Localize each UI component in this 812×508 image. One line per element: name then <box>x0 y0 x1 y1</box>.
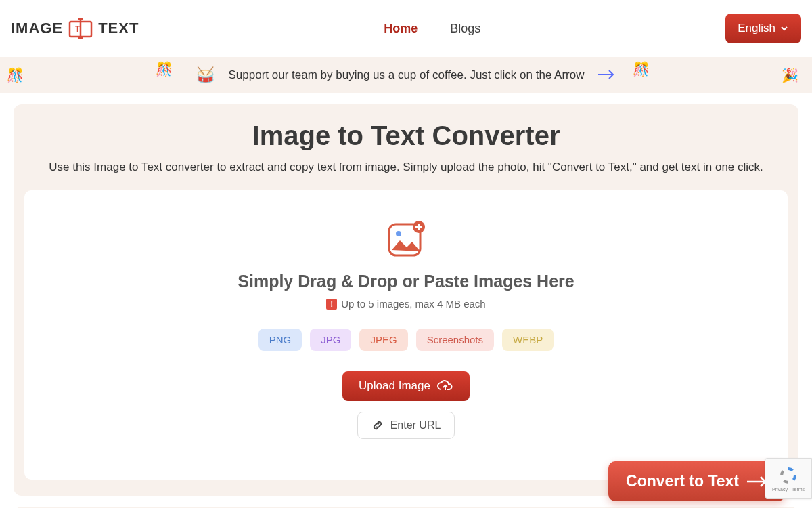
nav-blogs[interactable]: Blogs <box>450 22 480 36</box>
logo[interactable]: IMAGE T TEXT <box>11 18 139 39</box>
enter-url-button[interactable]: Enter URL <box>357 412 455 439</box>
image-upload-icon <box>38 220 774 259</box>
page-title: Image to Text Converter <box>24 121 788 151</box>
support-banner[interactable]: 🎊 🎊 🥁 Support our team by buying us a cu… <box>0 57 812 93</box>
arrow-right-icon[interactable] <box>598 66 616 84</box>
main-nav: Home Blogs <box>384 22 480 36</box>
svg-text:T: T <box>75 24 81 34</box>
page-subtitle: Use this Image to Text converter to extr… <box>24 161 788 174</box>
format-tag-jpeg: JPEG <box>359 329 407 351</box>
format-tag-screenshots: Screenshots <box>416 329 494 351</box>
cloud-upload-icon <box>437 380 453 392</box>
coffee-icon: 🥁 <box>196 66 215 84</box>
language-selector[interactable]: English <box>725 14 801 43</box>
recaptcha-badge[interactable]: Privacy - Terms <box>765 458 812 499</box>
dropzone[interactable]: Simply Drag & Drop or Paste Images Here … <box>24 190 788 480</box>
upload-image-button[interactable]: Upload Image <box>342 371 470 401</box>
confetti-icon: 🎊 <box>7 67 24 83</box>
banner-text: Support our team by buying us a cup of c… <box>228 68 584 82</box>
recaptcha-icon <box>778 465 798 486</box>
confetti-icon: 🎊 <box>156 61 173 77</box>
format-tags: PNG JPG JPEG Screenshots WEBP <box>38 329 774 351</box>
svg-point-6 <box>396 231 401 236</box>
confetti-icon: 🎊 <box>633 61 650 77</box>
format-tag-jpg: JPG <box>310 329 351 351</box>
url-button-label: Enter URL <box>390 419 441 431</box>
confetti-icon: 🎉 <box>782 67 798 83</box>
upload-button-label: Upload Image <box>359 379 430 393</box>
logo-text-right: TEXT <box>98 20 139 37</box>
main-card: Image to Text Converter Use this Image t… <box>14 104 798 496</box>
header: IMAGE T TEXT Home Blogs English <box>0 0 812 57</box>
dropzone-title: Simply Drag & Drop or Paste Images Here <box>38 272 774 291</box>
nav-home[interactable]: Home <box>384 22 418 36</box>
logo-text-left: IMAGE <box>11 20 63 37</box>
convert-to-text-button[interactable]: Convert to Text <box>608 461 785 501</box>
language-label: English <box>738 22 775 35</box>
dropzone-limit: ! Up to 5 images, max 4 MB each <box>38 298 774 310</box>
warning-icon: ! <box>326 299 337 310</box>
convert-button-label: Convert to Text <box>626 472 739 490</box>
limit-text: Up to 5 images, max 4 MB each <box>341 298 485 310</box>
link-icon <box>371 419 384 431</box>
chevron-down-icon <box>780 24 789 33</box>
format-tag-webp: WEBP <box>502 329 554 351</box>
recaptcha-text: Privacy - Terms <box>772 487 805 492</box>
logo-icon: T <box>68 18 93 39</box>
format-tag-png: PNG <box>258 329 302 351</box>
